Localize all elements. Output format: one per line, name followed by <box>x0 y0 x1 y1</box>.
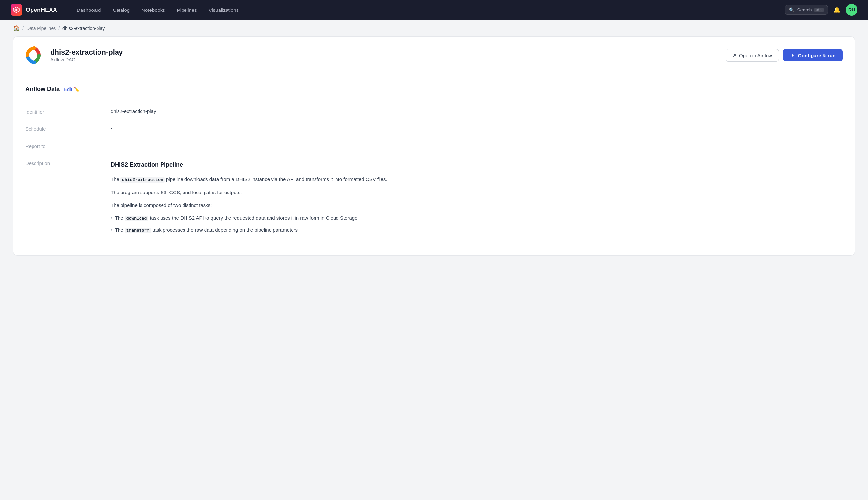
report-to-label: Report to <box>25 143 110 149</box>
nav-pipelines[interactable]: Pipelines <box>172 4 202 15</box>
user-avatar[interactable]: RU <box>846 4 857 16</box>
report-to-value: - <box>110 143 843 148</box>
desc-code-1: dhis2-extraction <box>120 177 165 183</box>
pipeline-type: Airflow DAG <box>50 57 719 62</box>
list-item-transform-text: The transform task processes the raw dat… <box>115 226 298 234</box>
breadcrumb-sep-2: / <box>58 26 60 31</box>
notification-bell-icon[interactable]: 🔔 <box>833 6 841 13</box>
nav-right: 🔍 Search ⌘K 🔔 RU <box>785 4 857 16</box>
card-header: dhis2-extraction-play Airflow DAG ↗ Open… <box>13 37 855 74</box>
breadcrumb-sep-1: / <box>22 26 24 31</box>
field-row-schedule: Schedule - <box>25 120 843 137</box>
breadcrumb: 🏠 / Data Pipelines / dhis2-extraction-pl… <box>0 20 868 36</box>
edit-link[interactable]: Edit ✏️ <box>64 87 80 92</box>
description-list: The download task uses the DHIS2 API to … <box>110 214 843 235</box>
field-row-identifier: Identifier dhis2-extraction-play <box>25 103 843 120</box>
nav-catalog[interactable]: Catalog <box>107 4 135 15</box>
play-icon: ⏵ <box>790 52 796 58</box>
schedule-value: - <box>110 125 843 131</box>
search-icon: 🔍 <box>789 7 795 12</box>
identifier-value: dhis2-extraction-play <box>110 109 843 114</box>
breadcrumb-current: dhis2-extraction-play <box>62 26 105 31</box>
breadcrumb-data-pipelines[interactable]: Data Pipelines <box>26 26 56 31</box>
configure-run-button[interactable]: ⏵ Configure & run <box>783 49 843 61</box>
list-item-download-text: The download task uses the DHIS2 API to … <box>115 214 357 223</box>
header-actions: ↗ Open in Airflow ⏵ Configure & run <box>726 49 843 62</box>
svg-point-2 <box>15 9 17 11</box>
description-label: Description <box>25 160 110 166</box>
section-title: Airflow Data <box>25 86 60 93</box>
external-link-icon: ↗ <box>732 53 736 58</box>
description-para-3: The pipeline is composed of two distinct… <box>110 201 843 209</box>
nav-dashboard[interactable]: Dashboard <box>72 4 106 15</box>
pipeline-logo-icon <box>25 46 44 65</box>
field-row-report-to: Report to - <box>25 137 843 155</box>
description-para-1: The dhis2-extraction pipeline downloads … <box>110 175 843 184</box>
identifier-label: Identifier <box>25 109 110 115</box>
pencil-icon: ✏️ <box>73 87 80 92</box>
description-heading: DHIS2 Extraction Pipeline <box>110 160 843 170</box>
logo-icon <box>11 4 22 16</box>
edit-label: Edit <box>64 87 72 92</box>
list-item-download: The download task uses the DHIS2 API to … <box>110 214 843 223</box>
description-para-2: The program supports S3, GCS, and local … <box>110 188 843 197</box>
nav-visualizations[interactable]: Visualizations <box>203 4 244 15</box>
card-body: Airflow Data Edit ✏️ Identifier dhis2-ex… <box>13 74 855 255</box>
code-transform: transform <box>125 228 151 233</box>
schedule-label: Schedule <box>25 125 110 132</box>
desc-para1-suffix: pipeline downloads data from a DHIS2 ins… <box>165 177 387 182</box>
pipeline-info: dhis2-extraction-play Airflow DAG <box>50 48 719 62</box>
nav-notebooks[interactable]: Notebooks <box>136 4 171 15</box>
navbar: OpenHEXA Dashboard Catalog Notebooks Pip… <box>0 0 868 20</box>
list-item-transform: The transform task processes the raw dat… <box>110 226 843 234</box>
search-label: Search <box>797 7 811 12</box>
open-in-airflow-button[interactable]: ↗ Open in Airflow <box>726 49 779 62</box>
code-download: download <box>125 216 149 221</box>
desc-para1-prefix: The <box>110 177 120 182</box>
main-content: dhis2-extraction-play Airflow DAG ↗ Open… <box>0 36 868 269</box>
pipeline-name: dhis2-extraction-play <box>50 48 719 57</box>
description-value: DHIS2 Extraction Pipeline The dhis2-extr… <box>110 160 843 238</box>
brand: OpenHEXA <box>11 4 57 16</box>
home-icon[interactable]: 🏠 <box>13 25 20 31</box>
field-row-description: Description DHIS2 Extraction Pipeline Th… <box>25 155 843 243</box>
app-name: OpenHEXA <box>26 7 57 13</box>
section-header: Airflow Data Edit ✏️ <box>25 86 843 93</box>
pipeline-card: dhis2-extraction-play Airflow DAG ↗ Open… <box>13 36 855 255</box>
search-bar[interactable]: 🔍 Search ⌘K <box>785 5 828 15</box>
nav-links: Dashboard Catalog Notebooks Pipelines Vi… <box>72 4 774 15</box>
search-shortcut: ⌘K <box>814 8 824 12</box>
configure-run-label: Configure & run <box>798 53 835 58</box>
open-in-airflow-label: Open in Airflow <box>739 53 772 58</box>
